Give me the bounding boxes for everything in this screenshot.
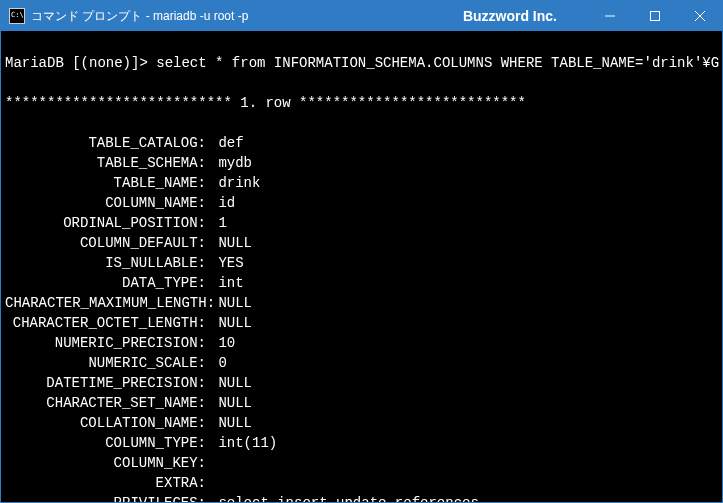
terminal-output[interactable]: MariaDB [(none)]> select * from INFORMAT… <box>1 31 722 502</box>
row-separator-1: *************************** 1. row *****… <box>5 93 718 113</box>
column-value: 0 <box>218 353 718 373</box>
result-row: COLUMN_TYPE: int(11) <box>5 433 718 453</box>
column-value: 1 <box>218 213 718 233</box>
result-row: CHARACTER_SET_NAME: NULL <box>5 393 718 413</box>
column-name: CHARACTER_SET_NAME: <box>5 393 210 413</box>
result-row: NUMERIC_SCALE: 0 <box>5 353 718 373</box>
column-name: COLUMN_DEFAULT: <box>5 233 210 253</box>
column-name: IS_NULLABLE: <box>5 253 210 273</box>
result-row: PRIVILEGES: select,insert,update,referen… <box>5 493 718 502</box>
column-value: NULL <box>218 373 718 393</box>
prompt-prefix: MariaDB [(none)]> <box>5 53 148 73</box>
minimize-button[interactable] <box>587 1 632 31</box>
column-value: NULL <box>218 293 718 313</box>
cmd-icon <box>9 8 25 24</box>
column-name: DATETIME_PRECISION: <box>5 373 210 393</box>
maximize-button[interactable] <box>632 1 677 31</box>
result-row: CHARACTER_OCTET_LENGTH: NULL <box>5 313 718 333</box>
column-name: NUMERIC_SCALE: <box>5 353 210 373</box>
window-title: コマンド プロンプト - mariadb -u root -p <box>31 8 248 25</box>
column-name: NUMERIC_PRECISION: <box>5 333 210 353</box>
column-value: NULL <box>218 233 718 253</box>
result-row: NUMERIC_PRECISION: 10 <box>5 333 718 353</box>
column-value: drink <box>218 173 718 193</box>
column-value: NULL <box>218 313 718 333</box>
result-row: CHARACTER_MAXIMUM_LENGTH: NULL <box>5 293 718 313</box>
column-name: CHARACTER_MAXIMUM_LENGTH: <box>5 293 210 313</box>
close-button[interactable] <box>677 1 722 31</box>
brand-label: Buzzword Inc. <box>463 8 557 24</box>
column-name: DATA_TYPE: <box>5 273 210 293</box>
result-row: IS_NULLABLE: YES <box>5 253 718 273</box>
column-name: CHARACTER_OCTET_LENGTH: <box>5 313 210 333</box>
column-value: id <box>218 193 718 213</box>
svg-rect-1 <box>650 12 659 21</box>
sql-command: select * from INFORMATION_SCHEMA.COLUMNS… <box>156 53 719 73</box>
result-row: COLUMN_DEFAULT: NULL <box>5 233 718 253</box>
column-value: NULL <box>218 393 718 413</box>
column-value <box>218 473 718 493</box>
command-prompt-window: コマンド プロンプト - mariadb -u root -p Buzzword… <box>0 0 723 503</box>
column-value: int(11) <box>218 433 718 453</box>
result-row: TABLE_NAME: drink <box>5 173 718 193</box>
window-controls <box>587 1 722 31</box>
prompt-line: MariaDB [(none)]> select * from INFORMAT… <box>5 53 718 73</box>
column-name: ORDINAL_POSITION: <box>5 213 210 233</box>
column-name: TABLE_NAME: <box>5 173 210 193</box>
column-name: COLUMN_KEY: <box>5 453 210 473</box>
column-value: select,insert,update,references <box>218 493 718 502</box>
column-name: COLUMN_NAME: <box>5 193 210 213</box>
column-name: TABLE_CATALOG: <box>5 133 210 153</box>
result-row: DATA_TYPE: int <box>5 273 718 293</box>
result-row: ORDINAL_POSITION: 1 <box>5 213 718 233</box>
column-name: EXTRA: <box>5 473 210 493</box>
result-row: DATETIME_PRECISION: NULL <box>5 373 718 393</box>
column-value: 10 <box>218 333 718 353</box>
result-row: TABLE_SCHEMA: mydb <box>5 153 718 173</box>
column-name: TABLE_SCHEMA: <box>5 153 210 173</box>
column-value: NULL <box>218 413 718 433</box>
result-row: COLLATION_NAME: NULL <box>5 413 718 433</box>
column-value: def <box>218 133 718 153</box>
titlebar[interactable]: コマンド プロンプト - mariadb -u root -p Buzzword… <box>1 1 722 31</box>
column-name: PRIVILEGES: <box>5 493 210 502</box>
column-value: mydb <box>218 153 718 173</box>
column-value <box>218 453 718 473</box>
result-row: COLUMN_KEY: <box>5 453 718 473</box>
result-row: COLUMN_NAME: id <box>5 193 718 213</box>
column-value: int <box>218 273 718 293</box>
column-name: COLLATION_NAME: <box>5 413 210 433</box>
result-row: EXTRA: <box>5 473 718 493</box>
column-name: COLUMN_TYPE: <box>5 433 210 453</box>
result-row: TABLE_CATALOG: def <box>5 133 718 153</box>
column-value: YES <box>218 253 718 273</box>
